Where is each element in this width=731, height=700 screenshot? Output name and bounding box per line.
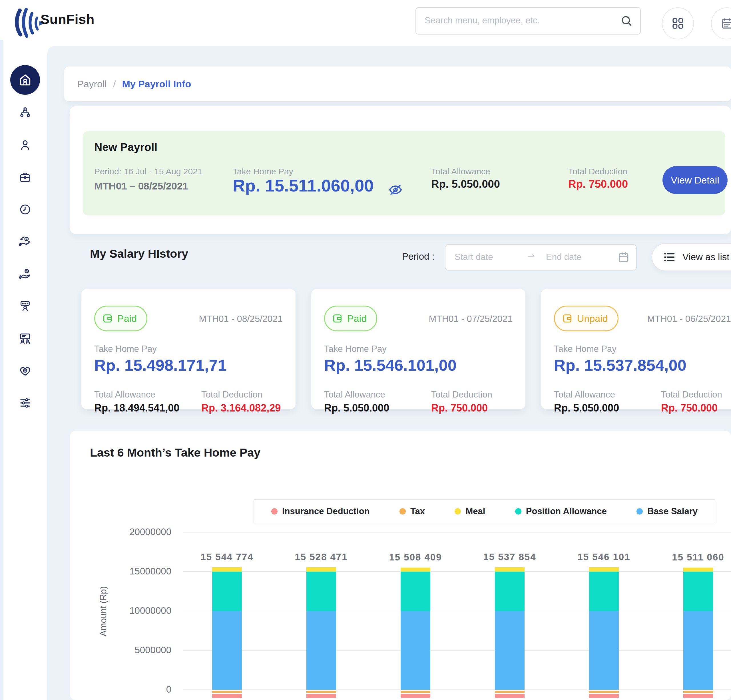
bar-segment-position-allowance	[401, 571, 430, 611]
chart-title: Last 6 Month’s Take Home Pay	[90, 446, 260, 460]
bar-segment-insurance-deduction	[589, 694, 619, 698]
total-allowance-label: Total Allowance	[554, 390, 615, 400]
bar-segment-position-allowance	[212, 571, 242, 611]
page-edge-strip	[0, 40, 3, 700]
person-icon	[19, 138, 32, 152]
svg-text:B: B	[26, 269, 28, 272]
wallet-icon	[102, 313, 113, 324]
sidebar-item-employee[interactable]	[19, 138, 32, 152]
status-badge: Paid	[94, 306, 147, 331]
gridline	[183, 690, 731, 690]
bar-segment-tax	[212, 691, 242, 693]
apps-grid-icon	[671, 17, 684, 30]
sidebar-item-time-attendance[interactable]	[19, 203, 32, 216]
brand-name: SunFish	[41, 12, 94, 27]
sidebar-item-payroll-process[interactable]: B	[19, 235, 32, 248]
salary-card: Paid MTH01 - 08/25/2021 Take Home Pay Rp…	[81, 289, 295, 409]
sidebar-item-settings[interactable]	[19, 396, 32, 410]
total-allowance-value: Rp. 5.050.000	[324, 402, 389, 414]
take-home-pay-value: Rp. 15.498.171,71	[94, 356, 227, 374]
bar-segment-base-salary	[683, 611, 713, 690]
legend-item[interactable]: Tax	[399, 506, 425, 517]
date-picker-icon[interactable]	[617, 250, 630, 263]
card-period: MTH01 - 06/25/2021	[647, 313, 731, 324]
total-allowance-label: Total Allowance	[94, 390, 155, 400]
start-date-input[interactable]	[454, 245, 522, 269]
bar-segment-insurance-deduction	[307, 694, 336, 698]
total-deduction-value: Rp. 750.000	[568, 178, 628, 190]
view-as-list-button[interactable]: View as list	[652, 243, 731, 271]
bar-segment-meal	[495, 567, 524, 571]
view-as-list-label: View as list	[683, 252, 729, 262]
salary-card: Paid MTH01 - 07/25/2021 Take Home Pay Rp…	[311, 289, 525, 409]
bar-segment-meal	[683, 568, 713, 571]
sidebar-item-home[interactable]	[10, 65, 40, 95]
sidebar-item-jobs[interactable]	[19, 171, 32, 184]
status-badge: Unpaid	[554, 306, 618, 331]
wallet-icon	[332, 313, 343, 324]
view-detail-button[interactable]: View Detail	[662, 166, 728, 194]
bar-segment-tax	[307, 691, 336, 693]
apps-button[interactable]	[662, 7, 694, 40]
legend-dot-icon	[271, 508, 277, 514]
gridline	[183, 571, 731, 572]
breadcrumb-current: My Payroll Info	[122, 79, 191, 89]
sidebar-item-benefits[interactable]: B	[19, 364, 32, 377]
bar-segment-meal	[307, 567, 336, 571]
y-axis-tick: 0	[106, 684, 171, 695]
breadcrumb-parent[interactable]: Payroll	[77, 79, 107, 89]
take-home-pay-label: Take Home Pay	[233, 167, 293, 176]
total-deduction-label: Total Deduction	[661, 390, 722, 400]
sidebar-item-organization[interactable]	[19, 106, 32, 119]
hide-amount-toggle[interactable]	[388, 182, 403, 198]
bar-total-label: 15 537 854	[461, 552, 558, 562]
take-home-pay-label: Take Home Pay	[94, 344, 157, 354]
home-icon	[18, 72, 32, 87]
training-board-icon	[19, 332, 32, 345]
bar-segment-insurance-deduction	[212, 694, 242, 698]
range-arrow-icon: ⇀	[527, 250, 535, 261]
end-date-input[interactable]	[545, 245, 606, 269]
legend-label: Insurance Deduction	[282, 506, 370, 517]
search-input[interactable]	[424, 8, 608, 34]
total-allowance-value: Rp. 18.494.541,00	[94, 402, 179, 414]
y-axis-tick: 5000000	[106, 644, 171, 656]
legend-label: Base Salary	[647, 506, 697, 517]
legend-label: Tax	[410, 506, 425, 517]
chart-legend: Insurance DeductionTaxMealPosition Allow…	[254, 499, 715, 523]
sidebar-item-performance[interactable]: ★★★	[19, 300, 32, 313]
legend-dot-icon	[455, 508, 461, 514]
svg-text:B: B	[24, 369, 26, 372]
bar-total-label: 15 528 471	[273, 552, 370, 562]
payroll-dashboard: SunFish	[0, 0, 731, 700]
sliders-icon	[19, 396, 32, 410]
legend-dot-icon	[515, 508, 521, 514]
calendar-icon	[721, 17, 731, 30]
svg-text:★★★: ★★★	[22, 302, 29, 305]
total-allowance-value: Rp. 5.050.000	[431, 178, 500, 190]
status-badge-label: Unpaid	[577, 313, 608, 324]
bar-segment-meal	[589, 567, 619, 571]
new-payroll-run-id: MTH01 – 08/25/2021	[94, 180, 188, 192]
period-date-range: ⇀	[445, 244, 637, 271]
take-home-pay-value: Rp. 15.537.854,00	[554, 356, 687, 374]
search-icon[interactable]	[620, 15, 633, 27]
legend-item[interactable]: Insurance Deduction	[271, 506, 370, 517]
calendar-button[interactable]	[711, 7, 731, 40]
legend-item[interactable]: Base Salary	[637, 506, 697, 517]
bar-total-label: 15 544 774	[179, 552, 276, 562]
status-badge: Paid	[324, 306, 377, 331]
legend-item[interactable]: Meal	[455, 506, 485, 517]
bar-total-label: 15 511 060	[650, 552, 731, 563]
total-deduction-label: Total Deduction	[201, 390, 263, 400]
legend-dot-icon	[637, 508, 643, 514]
legend-item[interactable]: Position Allowance	[515, 506, 607, 517]
total-allowance-label: Total Allowance	[431, 167, 490, 176]
breadcrumb: Payroll / My Payroll Info	[64, 66, 731, 101]
bar-segment-base-salary	[589, 611, 619, 690]
sidebar-item-compensation[interactable]: B	[19, 267, 32, 281]
list-icon	[662, 250, 676, 264]
new-payroll-title: New Payroll	[94, 141, 157, 154]
bar-segment-position-allowance	[307, 571, 336, 611]
sidebar-item-training[interactable]	[19, 332, 32, 345]
